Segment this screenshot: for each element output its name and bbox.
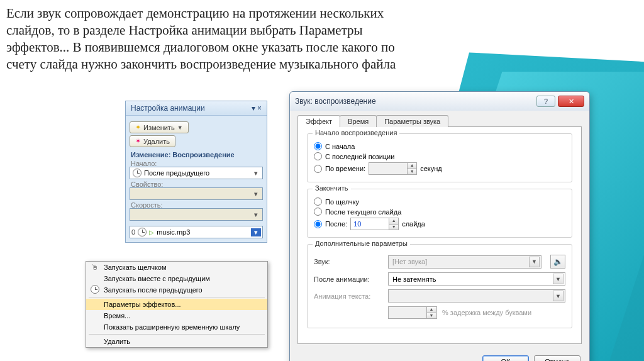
dialog-title: Звук: воспроизведение <box>295 97 376 106</box>
after-spinner[interactable]: ▲▼ <box>350 218 399 230</box>
radio-after-n[interactable] <box>314 220 322 228</box>
item-filename: music.mp3 <box>157 228 190 236</box>
chevron-down-icon: ▼ <box>553 291 564 301</box>
menu-delete[interactable]: Удалить <box>86 336 267 347</box>
separator <box>89 297 265 297</box>
delay-label: % задержка между буквами <box>442 309 531 316</box>
change-button[interactable]: ✦ Изменить ▼ <box>130 121 189 133</box>
menu-start-on-click[interactable]: 🖱 Запускать щелчком <box>86 262 267 273</box>
after-input[interactable] <box>351 218 389 230</box>
tab-timing[interactable]: Время <box>340 115 377 127</box>
menu-start-with-previous[interactable]: Запускать вместе с предыдущим <box>86 273 267 284</box>
animation-list-item[interactable]: 0 ▷ music.mp3 ▾ <box>130 226 263 238</box>
speed-combo: ▾ <box>130 208 263 221</box>
delay-spinner: ▲▼ <box>388 306 437 319</box>
start-combo-value: После предыдущего <box>144 169 209 177</box>
star-icon: ✶ <box>135 137 141 145</box>
sound-label: Звук: <box>314 258 383 265</box>
sound-combo[interactable]: [Нет звука] ▼ <box>388 255 541 269</box>
sparkle-icon: ✦ <box>135 123 141 131</box>
spin-up-icon: ▲ <box>407 163 416 169</box>
property-combo: ▾ <box>130 187 263 200</box>
menu-timing[interactable]: Время... <box>86 310 267 321</box>
chevron-down-icon: ▾ <box>251 190 261 198</box>
group-start-legend: Начало воспроизведения <box>313 129 399 136</box>
help-button[interactable]: ? <box>536 96 555 107</box>
spin-down-icon: ▼ <box>407 169 416 174</box>
time-spinner: ▲▼ <box>369 162 417 175</box>
time-input <box>369 163 407 174</box>
tab-content: Начало воспроизведения С начала С послед… <box>297 126 582 344</box>
start-combo[interactable]: После предыдущего ▾ <box>130 167 263 179</box>
sound-playback-dialog: Звук: воспроизведение ? ✕ Эффект Время П… <box>289 91 590 361</box>
mouse-icon: 🖱 <box>90 263 100 272</box>
text-anim-label: Анимация текста: <box>314 292 383 300</box>
dialog-footer: ОК Отмена <box>290 349 589 361</box>
tab-effect[interactable]: Эффект <box>297 115 340 127</box>
dialog-titlebar[interactable]: Звук: воспроизведение ? ✕ <box>290 92 589 111</box>
spin-up-icon[interactable]: ▲ <box>389 218 398 224</box>
group-extra-legend: Дополнительные параметры <box>313 240 410 247</box>
animation-pane-title: Настройка анимации <box>131 104 205 113</box>
radio-by-time[interactable] <box>314 165 322 173</box>
play-icon: ▷ <box>149 229 154 236</box>
menu-effect-options[interactable]: Параметры эффектов... <box>86 299 267 310</box>
chevron-down-icon: ▼ <box>177 125 183 131</box>
chevron-down-icon: ▼ <box>529 257 540 267</box>
tab-sound-params[interactable]: Параметры звука <box>376 115 448 127</box>
chevron-down-icon[interactable]: ▾ × <box>252 104 262 113</box>
radio-after-current[interactable] <box>314 208 322 216</box>
chevron-down-icon[interactable]: ▾ <box>251 228 261 236</box>
after-anim-combo[interactable]: Не затемнять ▼ <box>388 272 565 286</box>
cancel-button[interactable]: Отмена <box>534 355 580 361</box>
tab-bar: Эффект Время Параметры звука <box>297 115 582 127</box>
spin-down-icon[interactable]: ▼ <box>389 224 398 230</box>
section-change-label: Изменение: Воспроизведение <box>131 151 262 158</box>
clock-icon <box>133 169 142 177</box>
remove-button[interactable]: ✶ Удалить <box>130 135 175 147</box>
text-anim-combo: ▼ <box>388 289 565 303</box>
radio-from-begin[interactable] <box>314 142 322 150</box>
chevron-down-icon: ▼ <box>553 274 564 284</box>
chevron-down-icon: ▾ <box>251 169 261 177</box>
radio-on-click[interactable] <box>314 197 322 206</box>
delay-input <box>389 307 426 318</box>
instruction-text: Если звук сопровождает демонстрацию на п… <box>6 5 396 73</box>
chevron-down-icon: ▾ <box>251 211 261 219</box>
spin-up-icon: ▲ <box>426 307 436 313</box>
menu-start-after-previous[interactable]: Запускать после предыдущего <box>86 284 267 296</box>
group-stop-legend: Закончить <box>313 184 351 192</box>
menu-show-timeline[interactable]: Показать расширенную временную шкалу <box>86 321 267 333</box>
context-menu: 🖱 Запускать щелчком Запускать вместе с п… <box>86 261 268 348</box>
group-start-playback: Начало воспроизведения С начала С послед… <box>307 133 572 182</box>
clock-icon <box>90 285 100 296</box>
radio-from-last[interactable] <box>314 152 322 160</box>
group-stop-playback: Закончить По щелчку После текущего слайд… <box>307 189 572 238</box>
spin-down-icon: ▼ <box>426 313 436 318</box>
separator <box>89 334 265 335</box>
animation-pane: Настройка анимации ▾ × ✦ Изменить ▼ ✶ Уд… <box>125 101 267 243</box>
sound-preview-button[interactable]: 🔈 <box>550 255 565 269</box>
ok-button[interactable]: ОК <box>482 355 529 361</box>
group-extra-params: Дополнительные параметры Звук: [Нет звук… <box>307 244 572 328</box>
clock-icon <box>138 228 147 236</box>
item-index: 0 <box>131 228 135 236</box>
close-button[interactable]: ✕ <box>558 96 584 107</box>
after-anim-label: После анимации: <box>314 275 383 283</box>
animation-pane-title-bar: Настройка анимации ▾ × <box>126 101 267 116</box>
